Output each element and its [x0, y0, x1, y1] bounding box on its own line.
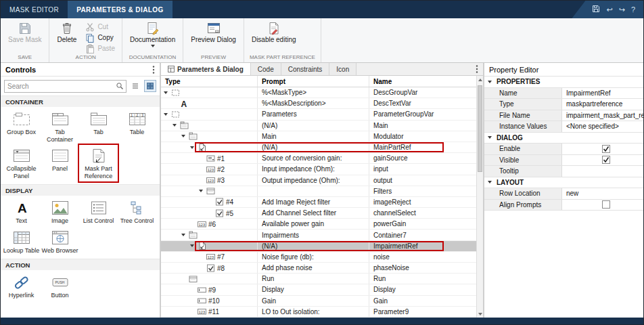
cell-type: 123#6 — [161, 219, 257, 229]
tree-row-parameter9[interactable]: 123#11LO to Out isolation:Parameter9 — [161, 307, 476, 318]
type-value[interactable]: maskpartreference — [566, 100, 622, 108]
column-header-name[interactable]: Name — [369, 76, 476, 87]
paste-button[interactable]: Paste — [83, 43, 117, 53]
collapse-arrow-icon[interactable] — [484, 133, 495, 144]
control-tab[interactable]: Tab — [79, 108, 118, 145]
control-table[interactable]: 123Table — [118, 108, 156, 145]
param-number: #3 — [217, 177, 225, 184]
control-image[interactable]: Image — [41, 197, 79, 227]
tree-row-descgroupvar[interactable]: %<MaskType>DescGroupVar — [161, 87, 476, 98]
delete-button[interactable]: Delete — [54, 20, 79, 45]
expander-icon[interactable] — [181, 135, 185, 137]
tree-row-desctextvar[interactable]: A%<MaskDescription>DescTextVar — [161, 98, 476, 109]
control-panel[interactable]: Panel — [41, 145, 79, 181]
expander-icon[interactable] — [172, 124, 177, 127]
search-input[interactable] — [5, 83, 116, 90]
instance-values-value[interactable]: <None specified> — [566, 123, 619, 130]
scrollbar-thumb[interactable] — [478, 85, 482, 172]
prop-section-properties[interactable]: PROPERTIES — [484, 77, 644, 88]
tree-row-main[interactable]: (N/A)Main — [161, 121, 476, 131]
control-mask-part-reference[interactable]: Mask Part Reference — [79, 145, 118, 181]
expander-icon[interactable] — [199, 190, 203, 192]
redo-icon[interactable]: ↪ — [619, 5, 625, 14]
scroll-up-icon[interactable] — [477, 76, 483, 83]
tree-row-powergain[interactable]: 123#6Available power gainpowerGain — [161, 219, 476, 230]
cell-prompt: Add phase noise — [257, 263, 369, 273]
cell-prompt: Output impedance (Ohm): — [257, 175, 369, 186]
expander-icon[interactable] — [164, 91, 168, 94]
expander-icon[interactable] — [190, 244, 194, 247]
titlebar-tab-mask-editor[interactable]: MASK EDITOR — [1, 1, 68, 18]
controls-menu-icon[interactable] — [152, 65, 155, 74]
undo-icon[interactable]: ↩ — [606, 5, 612, 14]
tree-row-output[interactable]: 123#3Output impedance (Ohm):output — [161, 175, 476, 186]
param-number: #10 — [208, 297, 220, 305]
tree-row-noise[interactable]: 123#7Noise figure (db):noise — [161, 252, 476, 263]
disable-editing-button[interactable]: Disable editing — [249, 20, 299, 45]
tree-row-container7[interactable]: ImpairmentsContainer7 — [161, 230, 476, 240]
enable-checkbox[interactable] — [602, 145, 610, 153]
collapse-arrow-icon[interactable] — [484, 77, 495, 87]
control-collapsible-panel[interactable]: Collapsible Panel — [2, 145, 41, 181]
tree-row-filters[interactable]: Filters — [161, 186, 476, 197]
expander-icon[interactable] — [190, 146, 194, 149]
cell-type — [161, 186, 257, 196]
control-list-control[interactable]: List Control — [79, 197, 118, 227]
titlebar-tab-parameters-dialog[interactable]: PARAMETERS & DIALOG — [68, 1, 172, 18]
grid-view-button[interactable] — [144, 80, 156, 92]
editor-menu-icon[interactable] — [471, 63, 483, 75]
tree-row-channelselect[interactable]: #5Add Channel Select filterchannelSelect — [161, 208, 476, 219]
align-prompts-checkbox[interactable] — [602, 200, 610, 209]
vertical-scrollbar[interactable] — [476, 76, 483, 318]
save-icon[interactable] — [592, 5, 600, 14]
help-icon[interactable]: ? — [631, 5, 635, 14]
tab-parameters-dialog[interactable]: Parameters & Dialog — [161, 63, 251, 75]
tab-constraints[interactable]: Constraints — [281, 63, 330, 75]
tree-row-parametergroupvar[interactable]: ParametersParameterGroupVar — [161, 109, 476, 120]
tree-row-display[interactable]: #9DisplayDisplay — [161, 284, 476, 295]
prop-section-dialog[interactable]: DIALOG — [484, 133, 644, 144]
expander-icon[interactable] — [181, 234, 185, 236]
cut-button[interactable]: Cut — [83, 22, 117, 32]
documentation-button[interactable]: Documentation — [127, 20, 178, 49]
search-box[interactable] — [4, 80, 127, 93]
control-button[interactable]: PUSHButton — [41, 272, 79, 301]
tree-row-run[interactable]: RunRun — [161, 274, 476, 284]
row-text-icon: A — [180, 99, 189, 108]
scroll-down-icon[interactable] — [477, 310, 483, 318]
column-header-type[interactable]: Type — [161, 76, 257, 87]
file-name-value[interactable]: impairment_mask_part_ref — [566, 112, 644, 119]
control-tree-control[interactable]: Tree Control — [118, 197, 156, 227]
collapsible-panel-icon — [12, 148, 31, 164]
tree-row-gain[interactable]: #10GainGain — [161, 296, 476, 307]
expander-icon[interactable] — [164, 113, 168, 116]
lookup-table-icon — [12, 230, 31, 246]
control-web-browser[interactable]: Web Browser — [41, 227, 79, 257]
control-tab-container[interactable]: Tab Container — [41, 108, 79, 145]
tree-row-input[interactable]: 123#2Input impedance (Ohm):input — [161, 164, 476, 175]
control-hyperlink[interactable]: Hyperlink — [2, 272, 41, 301]
tree-row-modulator[interactable]: MainModulator — [161, 131, 476, 142]
tree-row-phasenoise[interactable]: #8Add phase noisephaseNoise — [161, 263, 476, 274]
save-mask-button[interactable]: Save Mask — [5, 20, 44, 45]
visible-checkbox[interactable] — [602, 156, 610, 164]
tab-code[interactable]: Code — [251, 63, 281, 75]
tree-row-impairmentref[interactable]: (N/A)ImpairmentRef — [161, 241, 476, 252]
copy-button[interactable]: Copy — [83, 32, 117, 43]
tree-row-imagereject[interactable]: #4Add Image Reject filterimageReject — [161, 197, 476, 208]
cell-name: noise — [369, 252, 476, 262]
row-location-value[interactable]: new — [566, 190, 578, 197]
prop-section-layout[interactable]: LAYOUT — [484, 177, 644, 189]
column-header-prompt[interactable]: Prompt — [257, 76, 369, 87]
tree-row-gainsource[interactable]: #1Source of conversion gain:gainSource — [161, 153, 476, 164]
name-value[interactable]: ImpairmentRef — [566, 89, 611, 97]
tab-icon[interactable]: Icon — [329, 63, 356, 75]
preview-dialog-button[interactable]: Preview Dialog — [188, 20, 239, 45]
control-lookup-table[interactable]: Lookup Table — [2, 227, 41, 257]
list-view-button[interactable] — [129, 80, 141, 92]
control-group-box[interactable]: Group Box — [2, 108, 41, 145]
collapse-arrow-icon[interactable] — [484, 177, 495, 188]
tree-row-mainpartref[interactable]: (N/A)MainPartRef — [161, 142, 476, 153]
control-text[interactable]: AText — [2, 197, 41, 227]
cell-prompt: (N/A) — [257, 142, 369, 152]
